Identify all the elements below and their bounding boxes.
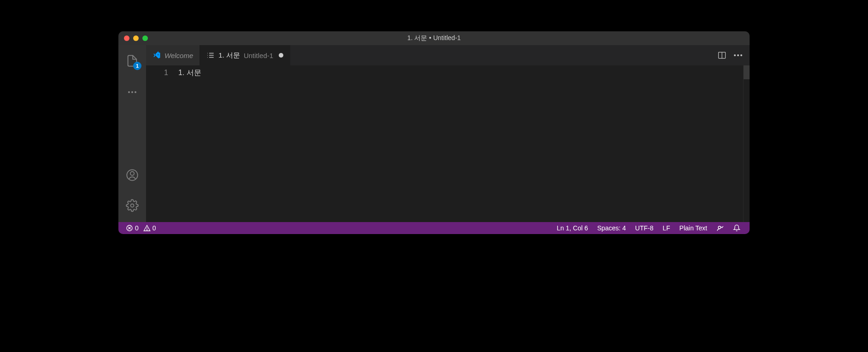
tab-welcome-label: Welcome [164,52,193,59]
line-number: 1 [146,66,168,79]
tab-welcome[interactable]: Welcome [146,45,200,65]
error-count: 0 [135,224,139,232]
gear-icon [126,199,139,212]
status-eol[interactable]: LF [658,224,674,232]
error-icon [126,224,133,232]
feedback-icon [716,224,724,232]
tab-untitled-file[interactable]: 1. 서문 Untitled-1 [200,45,290,65]
accounts-activity[interactable] [121,164,143,186]
status-notifications[interactable] [728,224,745,232]
vscode-window: 1. 서문 • Untitled-1 1 [118,31,750,234]
vscode-icon [152,51,161,59]
more-activity[interactable] [121,81,143,103]
tabs-row: Welcome 1. 서문 Untitled-1 [146,45,750,65]
activity-bar-top: 1 [121,50,143,164]
dirty-indicator-icon[interactable] [279,53,283,58]
editor-content[interactable]: 1 1. 서문 [146,65,750,222]
ellipsis-icon [734,54,742,56]
status-left: 0 0 [123,224,159,232]
more-actions-button[interactable] [734,54,742,56]
code-line[interactable]: 1. 서문 [178,66,743,79]
maximize-window-button[interactable] [142,35,148,41]
tab-file-title: 1. 서문 [218,51,240,60]
settings-activity[interactable] [121,194,143,217]
line-number-gutter: 1 [146,65,178,222]
minimize-window-button[interactable] [133,35,139,41]
editor-area: Welcome 1. 서문 Untitled-1 [146,45,750,222]
split-icon [717,51,727,60]
bell-icon [733,224,740,232]
status-problems[interactable]: 0 0 [123,224,159,232]
activity-bar-bottom [121,164,143,222]
scrollbar-thumb[interactable] [744,65,750,79]
list-icon [206,51,215,59]
window-body: 1 [118,45,750,222]
status-feedback[interactable] [712,224,728,232]
tab-file-subtitle: Untitled-1 [244,52,273,59]
warning-icon [143,224,151,232]
status-language[interactable]: Plain Text [675,224,712,232]
traffic-lights [124,35,148,41]
close-window-button[interactable] [124,35,129,41]
scrollbar[interactable] [743,65,750,222]
svg-point-15 [147,229,147,230]
tab-actions [710,45,750,65]
explorer-badge: 1 [133,62,141,70]
statusbar: 0 0 Ln 1, Col 6 Spaces: 4 UTF-8 LF Plain… [118,222,750,234]
warning-count: 0 [152,224,156,232]
status-indentation[interactable]: Spaces: 4 [592,224,630,232]
account-icon [126,169,139,182]
activity-bar: 1 [118,45,146,222]
split-editor-button[interactable] [717,51,727,60]
ellipsis-icon [128,91,136,93]
explorer-activity[interactable]: 1 [121,50,143,72]
titlebar[interactable]: 1. 서문 • Untitled-1 [118,31,750,45]
code-area[interactable]: 1. 서문 [178,65,743,222]
window-title: 1. 서문 • Untitled-1 [407,34,461,42]
status-right: Ln 1, Col 6 Spaces: 4 UTF-8 LF Plain Tex… [552,224,745,232]
svg-point-2 [131,204,134,207]
status-encoding[interactable]: UTF-8 [631,224,658,232]
svg-point-1 [130,171,134,175]
status-cursor[interactable]: Ln 1, Col 6 [552,224,593,232]
